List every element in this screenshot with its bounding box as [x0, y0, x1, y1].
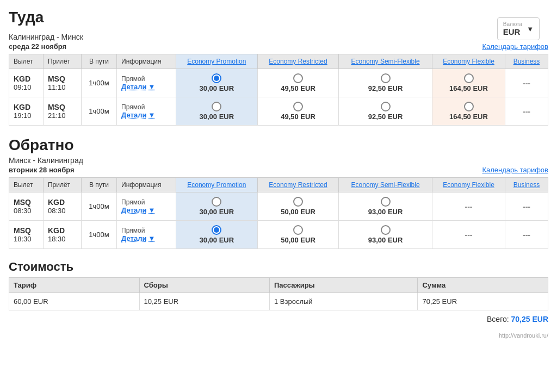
esf-cell[interactable]: 93,00 EUR — [339, 221, 432, 249]
info-cell: Прямой Детали ▼ — [117, 69, 176, 97]
total-value: 70,25 EUR — [511, 315, 548, 323]
col-ep-out[interactable]: Economy Promotion — [176, 54, 257, 69]
outbound-table: Вылет Прилёт В пути Информация Economy P… — [9, 54, 548, 126]
b-cell: --- — [505, 192, 548, 221]
ep-cell[interactable]: 30,00 EUR — [176, 192, 257, 221]
col-b-ret[interactable]: Business — [505, 178, 548, 192]
return-date: вторник 28 ноября — [9, 166, 75, 174]
radio-er[interactable] — [293, 73, 303, 83]
outbound-date: среда 22 ноября — [9, 42, 66, 51]
ep-cell[interactable]: 30,00 EUR — [176, 97, 257, 126]
col-esf-ret[interactable]: Economy Semi-Flexible — [339, 178, 432, 192]
currency-label: Валюта — [503, 21, 522, 27]
er-cell[interactable]: 49,50 EUR — [257, 97, 338, 126]
chevron-down-icon: ▼ — [148, 111, 155, 119]
chevron-down-icon: ▼ — [148, 234, 155, 242]
arrive-cell: KGD 18:30 — [43, 221, 81, 249]
er-cell[interactable]: 49,50 EUR — [257, 69, 338, 97]
radio-esf[interactable] — [381, 102, 391, 111]
esf-cell[interactable]: 93,00 EUR — [339, 192, 432, 221]
ep-price: 30,00 EUR — [200, 208, 234, 216]
radio-ep[interactable] — [212, 73, 221, 83]
radio-ep[interactable] — [212, 225, 221, 235]
ep-cell[interactable]: 30,00 EUR — [176, 69, 257, 97]
duration-cell: 1ч00м — [81, 221, 116, 249]
outbound-title: Туда — [9, 9, 548, 26]
er-price: 49,50 EUR — [281, 84, 315, 92]
col-esf-out[interactable]: Economy Semi-Flexible — [339, 54, 432, 69]
cost-col-passengers: Пассажиры — [270, 278, 418, 293]
radio-er[interactable] — [293, 225, 303, 235]
cost-tariff: 60,00 EUR — [9, 293, 140, 310]
col-duration-out: В пути — [81, 54, 116, 69]
currency-selector[interactable]: Валюта EUR ▼ — [497, 17, 540, 40]
depart-cell: KGD 09:10 — [9, 69, 44, 97]
outbound-calendar-link[interactable]: Календарь тарифов — [482, 42, 548, 51]
details-link[interactable]: Детали ▼ — [121, 83, 171, 91]
arrive-cell: MSQ 11:10 — [43, 69, 81, 97]
return-table: Вылет Прилёт В пути Информация Economy P… — [9, 177, 548, 249]
radio-esf[interactable] — [381, 73, 391, 83]
col-depart-out: Вылет — [9, 54, 44, 69]
table-row: MSQ 18:30 KGD 18:30 1ч00м Прямой Детали … — [9, 221, 548, 249]
ef-cell: --- — [432, 221, 505, 249]
col-ep-ret[interactable]: Economy Promotion — [176, 178, 257, 192]
duration-cell: 1ч00м — [81, 69, 116, 97]
details-link[interactable]: Детали ▼ — [121, 206, 171, 214]
col-er-out[interactable]: Economy Restricted — [257, 54, 338, 69]
details-link[interactable]: Детали ▼ — [121, 234, 171, 242]
info-cell: Прямой Детали ▼ — [117, 97, 176, 126]
b-cell: --- — [505, 69, 548, 97]
ef-cell[interactable]: 164,50 EUR — [432, 69, 505, 97]
esf-price: 93,00 EUR — [368, 236, 403, 244]
ef-cell[interactable]: 164,50 EUR — [432, 97, 505, 126]
radio-esf[interactable] — [381, 225, 391, 235]
esf-cell[interactable]: 92,50 EUR — [339, 69, 432, 97]
esf-price: 92,50 EUR — [368, 84, 403, 92]
ep-cell[interactable]: 30,00 EUR — [176, 221, 257, 249]
currency-value: EUR — [503, 27, 521, 36]
er-cell[interactable]: 50,00 EUR — [257, 221, 338, 249]
radio-ep[interactable] — [212, 102, 221, 111]
ep-price: 30,00 EUR — [200, 236, 234, 244]
radio-ep[interactable] — [212, 197, 221, 207]
details-link[interactable]: Детали ▼ — [121, 111, 171, 119]
er-cell[interactable]: 50,00 EUR — [257, 192, 338, 221]
er-price: 49,50 EUR — [281, 113, 315, 121]
b-cell: --- — [505, 221, 548, 249]
radio-esf[interactable] — [381, 197, 391, 207]
ep-price: 30,00 EUR — [200, 84, 234, 92]
return-calendar-link[interactable]: Календарь тарифов — [482, 166, 548, 174]
col-info-out: Информация — [117, 54, 176, 69]
col-er-ret[interactable]: Economy Restricted — [257, 178, 338, 192]
er-price: 50,00 EUR — [281, 236, 315, 244]
col-ef-out[interactable]: Economy Flexible — [432, 54, 505, 69]
esf-cell[interactable]: 92,50 EUR — [339, 97, 432, 126]
col-arrive-out: Прилёт — [43, 54, 81, 69]
radio-ef[interactable] — [464, 102, 474, 111]
total-row: Всего: 70,25 EUR — [9, 310, 548, 328]
arrive-cell: KGD 08:30 — [43, 192, 81, 221]
cost-passengers: 1 Взрослый — [270, 293, 418, 310]
duration-cell: 1ч00м — [81, 97, 116, 126]
radio-er[interactable] — [293, 102, 303, 111]
col-duration-ret: В пути — [81, 178, 116, 192]
col-ef-ret[interactable]: Economy Flexible — [432, 178, 505, 192]
col-info-ret: Информация — [117, 178, 176, 192]
depart-cell: MSQ 08:30 — [9, 192, 44, 221]
list-item: 60,00 EUR 10,25 EUR 1 Взрослый 70,25 EUR — [9, 293, 548, 310]
outbound-route: Калининград - Минск — [9, 33, 548, 41]
return-title: Обратно — [9, 136, 548, 154]
cost-col-fees: Сборы — [139, 278, 270, 293]
return-route: Минск - Калининград — [9, 156, 548, 165]
b-cell: --- — [505, 97, 548, 126]
radio-er[interactable] — [293, 197, 303, 207]
depart-cell: MSQ 18:30 — [9, 221, 44, 249]
er-price: 50,00 EUR — [281, 208, 315, 216]
watermark: http://vandrouki.ru/ — [9, 332, 548, 339]
table-row: KGD 09:10 MSQ 11:10 1ч00м Прямой Детали … — [9, 69, 548, 97]
radio-ef[interactable] — [464, 73, 474, 83]
table-row: KGD 19:10 MSQ 21:10 1ч00м Прямой Детали … — [9, 97, 548, 126]
ef-cell: --- — [432, 192, 505, 221]
col-b-out[interactable]: Business — [505, 54, 548, 69]
